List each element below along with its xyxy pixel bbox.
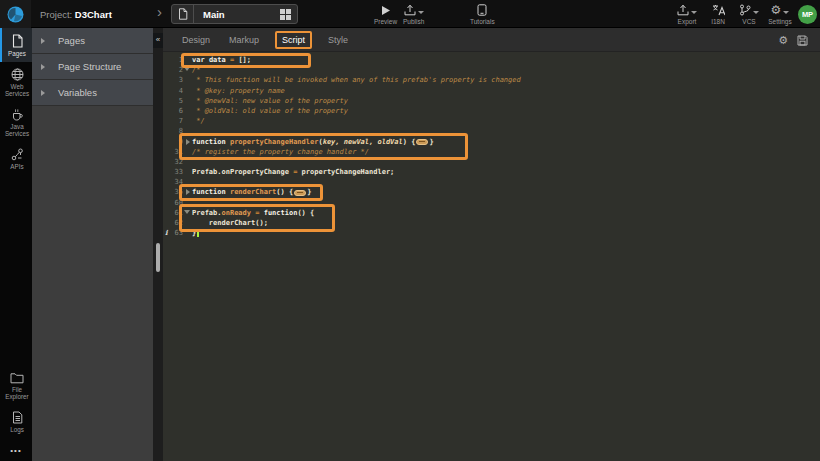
more-dots-icon[interactable]: ••• [0,438,32,461]
code-line-34[interactable]: 34 [163,177,820,187]
gutter-line-number[interactable]: 5 [163,96,191,106]
settings-button[interactable]: ⚙ Settings [767,4,793,25]
sidebar-bottom-group: File Explorer Logs ••• [0,366,32,461]
save-icon[interactable] [797,35,808,46]
publish-button[interactable]: Publish [403,4,424,25]
code-line-32[interactable]: 32 [163,157,820,167]
panel-splitter: « [153,28,163,461]
gutter-line-number[interactable]: 8 [163,126,191,136]
publish-label: Publish [403,18,424,25]
gutter-line-number[interactable]: 34 [163,177,191,187]
gutter-line-number[interactable]: 3 [163,75,191,85]
apis-icon [11,148,24,161]
tab-style[interactable]: Style [328,35,348,45]
code-line-60[interactable]: 60 [163,198,820,208]
gutter-line-number[interactable]: 9 [163,137,191,147]
code-editor[interactable]: 1var data = [];2/*3 * This function will… [163,52,820,461]
code-text [191,177,192,187]
gutter-line-number[interactable]: 6 [163,106,191,116]
pages-panel: Pages Page Structure Variables [32,28,153,461]
settings-caret-icon [783,11,789,14]
code-line-1[interactable]: 1var data = []; [163,55,820,65]
gutter-line-number[interactable]: 32 [163,157,191,167]
sidebar-item-java-services[interactable]: Java Services [0,102,32,142]
sidebar-item-label: APIs [10,163,23,170]
sidebar-item-pages[interactable]: Pages [0,28,32,62]
gutter-line-number[interactable]: i63 [163,228,191,238]
collapse-panel-button[interactable]: « [153,33,163,48]
code-text: var data = []; [191,55,251,65]
code-line-61[interactable]: 61Prefab.onReady = function() { [163,208,820,218]
wavemaker-ide: Project: D3Chart › Main Preview [0,0,820,461]
fold-down-icon[interactable] [184,67,190,71]
gutter-line-number[interactable]: 62 [163,218,191,228]
page-tab-main[interactable]: Main [171,4,298,24]
scrollbar-thumb[interactable] [156,243,160,272]
panel-section-page-structure[interactable]: Page Structure [32,54,153,80]
sidebar-item-logs[interactable]: Logs [0,405,32,438]
grid-icon[interactable] [273,9,297,20]
top-bar: Project: D3Chart › Main Preview [0,0,820,28]
fold-right-icon[interactable] [186,139,190,145]
panel-section-label: Pages [58,35,85,46]
code-text: renderChart(); [191,218,268,228]
fold-down-icon[interactable] [184,210,190,214]
java-services-icon [11,108,24,121]
web-services-icon [11,68,24,81]
code-line-3[interactable]: 3 * This function will be invoked when a… [163,75,820,85]
settings-label: Settings [768,18,792,25]
tutorials-label: Tutorials [470,18,495,25]
export-button[interactable]: Export [674,4,700,25]
editor-tab-bar: Design Markup Script Style ⚙ [163,28,820,52]
code-fold-pill[interactable] [416,139,428,145]
sidebar-item-apis[interactable]: APIs [0,142,32,175]
i18n-button[interactable]: I18N [705,4,731,25]
code-line-31[interactable]: 31/* register the property change handle… [163,147,820,157]
wavemaker-logo[interactable] [0,0,31,28]
gutter-line-number[interactable]: 35 [163,187,191,197]
gutter-line-number[interactable]: 31 [163,147,191,157]
vcs-button[interactable]: VCS [736,4,762,25]
chevron-right-icon: › [157,3,162,20]
panel-section-pages[interactable]: Pages [32,28,153,54]
gutter-line-number[interactable]: 60 [163,198,191,208]
code-line-63[interactable]: i63} [163,228,820,238]
code-text [191,157,192,167]
project-name: D3Chart [75,9,112,20]
panel-section-variables[interactable]: Variables [32,80,153,106]
tab-design[interactable]: Design [182,35,210,45]
code-line-7[interactable]: 7 */ [163,116,820,126]
code-text [191,198,192,208]
sidebar-item-file-explorer[interactable]: File Explorer [0,366,32,405]
gutter-line-number[interactable]: 2 [163,65,191,75]
gutter-line-number[interactable]: 61 [163,208,191,218]
tab-markup[interactable]: Markup [229,35,259,45]
code-line-33[interactable]: 33Prefab.onPropertyChange = propertyChan… [163,167,820,177]
code-line-62[interactable]: 62 renderChart(); [163,218,820,228]
gear-icon[interactable]: ⚙ [778,35,788,46]
code-line-6[interactable]: 6 * @oldVal: old value of the property [163,106,820,116]
code-line-2[interactable]: 2/* [163,65,820,75]
gutter-line-number[interactable]: 7 [163,116,191,126]
fold-right-icon[interactable] [186,189,190,195]
code-line-5[interactable]: 5 * @newVal: new value of the property [163,96,820,106]
code-fold-pill[interactable] [294,190,306,196]
gutter-line-number[interactable]: 4 [163,86,191,96]
user-avatar[interactable]: MP [798,5,817,24]
preview-button[interactable]: Preview [374,4,397,25]
code-line-9[interactable]: 9function propertyChangeHandler(key, new… [163,137,820,147]
i18n-icon [712,4,725,16]
code-text: } [191,228,199,238]
settings-gear-icon: ⚙ [771,4,782,16]
tutorials-button[interactable]: Tutorials [470,4,495,25]
code-text: /* [191,65,200,75]
code-line-4[interactable]: 4 * @key: property name [163,86,820,96]
code-line-35[interactable]: 35function renderChart() {} [163,187,820,197]
gutter-line-number[interactable]: 33 [163,167,191,177]
tab-script[interactable]: Script [275,31,312,49]
code-text: */ [191,116,205,126]
expand-arrow-icon [41,38,45,44]
code-line-8[interactable]: 8 [163,126,820,136]
gutter-line-number[interactable]: 1 [163,55,191,65]
sidebar-item-web-services[interactable]: Web Services [0,62,32,102]
